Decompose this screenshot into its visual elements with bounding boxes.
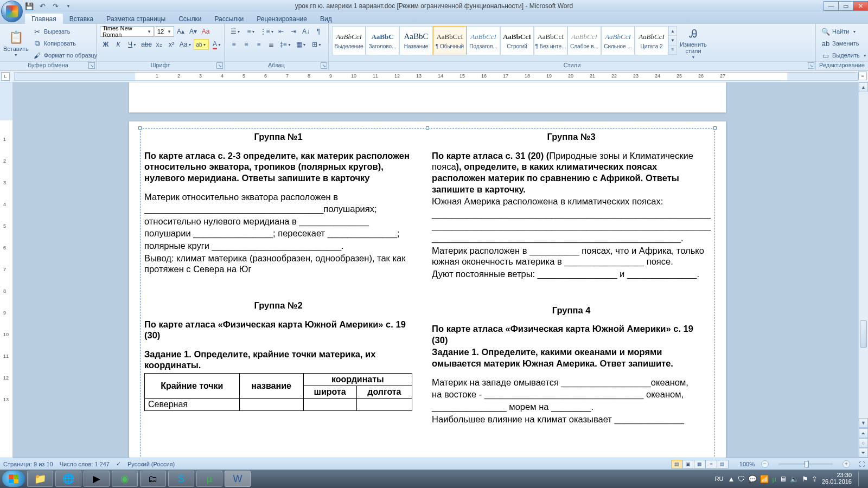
underline-button[interactable]: Ч▼ — [125, 39, 140, 50]
taskbar-app1[interactable]: ◉ — [112, 471, 138, 487]
tab-mailings[interactable]: Рассылки — [208, 14, 250, 24]
print-layout-view[interactable]: ▤ — [671, 460, 683, 468]
prev-page-button[interactable]: ⏶ — [859, 428, 868, 438]
indent-decrease-button[interactable]: ⇤ — [275, 26, 287, 37]
font-size-combo[interactable]: 12▼ — [155, 26, 174, 37]
styles-scroll[interactable]: ▲▼≡ — [668, 26, 677, 55]
tray-flag-icon[interactable]: ▲ — [728, 475, 735, 483]
tab-home[interactable]: Главная — [25, 14, 63, 24]
zoom-out-button[interactable]: − — [761, 460, 769, 468]
scroll-thumb[interactable] — [860, 320, 867, 348]
tray-app-icon[interactable]: µ — [772, 475, 776, 483]
tray-chat-icon[interactable]: 💬 — [748, 475, 757, 483]
tab-insert[interactable]: Вставка — [63, 14, 100, 24]
bullets-button[interactable]: ☰▼ — [228, 26, 243, 37]
tab-references[interactable]: Ссылки — [172, 14, 208, 24]
browse-object-button[interactable]: ○ — [859, 438, 868, 448]
undo-icon[interactable]: ↶ — [37, 1, 48, 11]
status-language[interactable]: Русский (Россия) — [127, 461, 175, 467]
scroll-up-button[interactable]: ▲ — [859, 82, 868, 92]
taskbar-media[interactable]: ▶ — [84, 471, 110, 487]
tab-page-layout[interactable]: Разметка страницы — [100, 14, 172, 24]
tray-volume-icon[interactable]: 🔈 — [790, 475, 799, 483]
zoom-percent[interactable]: 100% — [739, 461, 755, 467]
tray-usb-icon[interactable]: ⇪ — [812, 475, 818, 483]
taskbar-utorrent[interactable]: µ — [196, 471, 222, 487]
styles-launcher[interactable]: ↘ — [808, 62, 814, 69]
align-left-button[interactable]: ≡ — [228, 39, 240, 50]
zoom-slider[interactable] — [778, 463, 833, 465]
line-spacing-button[interactable]: ‡≡▼ — [278, 39, 293, 50]
qat-customize-icon[interactable]: ▼ — [63, 1, 74, 11]
status-page[interactable]: Страница: 9 из 10 — [3, 461, 53, 467]
vertical-scrollbar[interactable]: ▲ ▼ ⏶ ○ ⏷ — [858, 82, 868, 458]
superscript-button[interactable]: x² — [165, 39, 177, 50]
style-item[interactable]: AaBbCcIСтрогий — [500, 26, 534, 55]
style-item[interactable]: AaBbCcI¶ Обычный — [433, 26, 467, 55]
paste-button[interactable]: 📋 Вставить ▼ — [3, 26, 29, 61]
style-item[interactable]: AaBbCcIПодзагол... — [467, 26, 500, 55]
style-item[interactable]: AaBbCcIСлабое в... — [567, 26, 601, 55]
font-name-combo[interactable]: Times New Roman▼ — [100, 26, 154, 37]
draft-view[interactable]: ▤ — [717, 460, 729, 468]
maximize-button[interactable]: ▭ — [838, 1, 853, 11]
align-center-button[interactable]: ≡ — [240, 39, 252, 50]
select-button[interactable]: ▭Выделить▼ — [819, 50, 868, 61]
sort-button[interactable]: A↓ — [300, 26, 312, 37]
numbering-button[interactable]: ≡▼ — [244, 26, 259, 37]
status-words[interactable]: Число слов: 1 247 — [60, 461, 110, 467]
tray-clock[interactable]: 23:30 26.01.2016 — [822, 472, 852, 485]
clipboard-launcher[interactable]: ↘ — [88, 62, 95, 69]
italic-button[interactable]: К — [112, 39, 124, 50]
taskbar-word[interactable]: W — [225, 471, 251, 487]
taskbar-skype[interactable]: S — [168, 471, 194, 487]
shading-button[interactable]: ▦▼ — [293, 39, 309, 50]
subscript-button[interactable]: x₂ — [153, 39, 165, 50]
status-proof-icon[interactable]: ✓ — [116, 460, 121, 467]
close-button[interactable]: ✕ — [853, 1, 868, 11]
save-icon[interactable]: 💾 — [24, 1, 35, 11]
outline-view[interactable]: ≡ — [705, 460, 717, 468]
web-layout-view[interactable]: ▦ — [694, 460, 706, 468]
indent-increase-button[interactable]: ⇥ — [288, 26, 299, 37]
tab-review[interactable]: Рецензирование — [250, 14, 314, 24]
cut-button[interactable]: ✂Вырезать — [31, 26, 100, 37]
taskbar-chrome[interactable]: 🌐 — [55, 471, 81, 487]
clear-format-button[interactable]: Aa — [200, 26, 212, 37]
style-item[interactable]: AaBbCЗаголово... — [366, 26, 399, 55]
redo-icon[interactable]: ↷ — [50, 1, 61, 11]
format-painter-button[interactable]: 🖌Формат по образцу — [31, 50, 100, 61]
justify-button[interactable]: ≣ — [265, 39, 277, 50]
ruler-toggle[interactable]: ≡ — [858, 72, 867, 80]
horizontal-ruler[interactable]: 1234 5678 9101112 13141516 17181920 2122… — [14, 72, 858, 81]
change-styles-button[interactable]: Ꭿ Изменить стили ▼ — [677, 26, 710, 61]
full-screen-view[interactable]: ▣ — [682, 460, 694, 468]
style-item[interactable]: AaBbCcIСильное ... — [601, 26, 635, 55]
find-button[interactable]: 🔍Найти▼ — [819, 26, 868, 37]
tab-view[interactable]: Вид — [314, 14, 339, 24]
tray-shield-icon[interactable]: 🛡 — [738, 475, 745, 483]
style-item[interactable]: AaBbCcIЦитата 2 — [635, 26, 668, 55]
align-right-button[interactable]: ≡ — [253, 39, 265, 50]
scroll-down-button[interactable]: ▼ — [859, 418, 868, 428]
zoom-fit-icon[interactable]: ⛶ — [859, 461, 865, 467]
tray-monitor-icon[interactable]: 🖥 — [780, 475, 787, 483]
shrink-font-button[interactable]: A▾ — [187, 26, 199, 37]
grow-font-button[interactable]: A▴ — [175, 26, 187, 37]
tray-action-icon[interactable]: ⚑ — [802, 475, 808, 483]
strike-button[interactable]: abc — [141, 39, 152, 50]
replace-button[interactable]: abЗаменить — [819, 38, 868, 49]
bold-button[interactable]: Ж — [100, 39, 112, 50]
style-item[interactable]: AaBbCНазвание — [399, 26, 433, 55]
font-launcher[interactable]: ↘ — [216, 62, 223, 69]
zoom-in-button[interactable]: + — [843, 460, 850, 468]
show-desktop-button[interactable] — [858, 471, 863, 486]
multilevel-button[interactable]: ⋮≡▼ — [259, 26, 275, 37]
tray-network-icon[interactable]: 📶 — [760, 475, 769, 483]
font-color-button[interactable]: A▼ — [209, 39, 225, 50]
office-button[interactable] — [1, 1, 23, 22]
next-page-button[interactable]: ⏷ — [859, 448, 868, 458]
highlight-button[interactable]: ab▼ — [194, 39, 209, 50]
tray-lang[interactable]: RU — [715, 476, 724, 482]
paragraph-launcher[interactable]: ↘ — [321, 62, 327, 69]
